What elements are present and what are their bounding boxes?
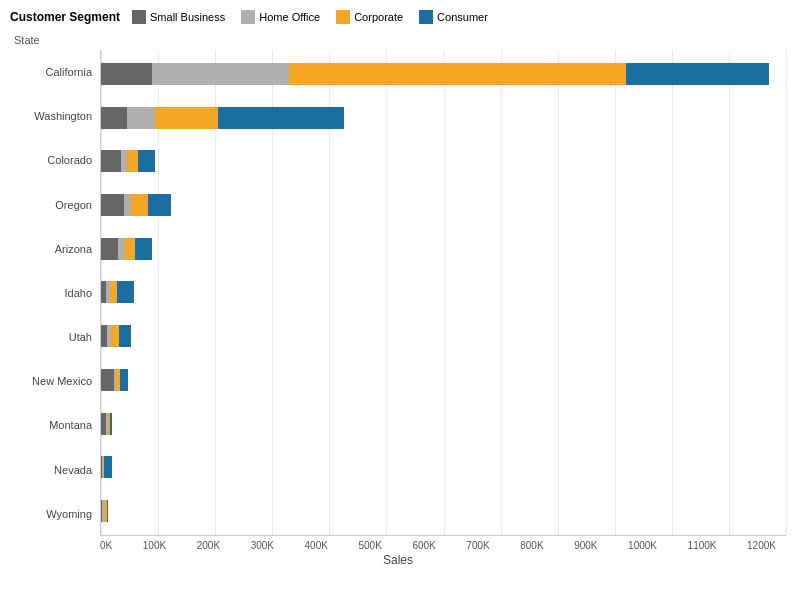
x-axis-label: 100K <box>143 540 166 551</box>
legend-label: Home Office <box>259 11 320 23</box>
bar-row <box>101 409 786 439</box>
bar-rows <box>101 50 786 535</box>
gridline <box>786 50 787 535</box>
bar-segment-consumer <box>626 63 769 85</box>
bar-segment-home-office <box>152 63 289 85</box>
legend-swatch <box>419 10 433 24</box>
bar-segment-home-office <box>124 194 131 216</box>
bar-segment-consumer <box>117 281 134 303</box>
bar-segment-consumer <box>104 456 112 478</box>
bar-segment-consumer <box>138 150 155 172</box>
bar-row <box>101 277 786 307</box>
legend-item: Corporate <box>336 10 403 24</box>
bar-row <box>101 190 786 220</box>
legend: Customer Segment Small BusinessHome Offi… <box>10 10 786 24</box>
legend-item: Home Office <box>241 10 320 24</box>
stacked-bar <box>101 107 344 129</box>
stacked-bar <box>101 325 131 347</box>
stacked-bar <box>101 281 134 303</box>
plot-top <box>100 30 786 50</box>
chart-area: State CaliforniaWashingtonColoradoOregon… <box>10 30 786 536</box>
y-label: Montana <box>10 407 100 443</box>
bar-row <box>101 146 786 176</box>
x-axis-label: 600K <box>412 540 435 551</box>
legend-item: Consumer <box>419 10 488 24</box>
x-axis-label: 900K <box>574 540 597 551</box>
bar-segment-corporate <box>125 238 135 260</box>
bar-segment-consumer <box>135 238 152 260</box>
bar-row <box>101 452 786 482</box>
legend-swatch <box>336 10 350 24</box>
legend-swatch <box>132 10 146 24</box>
x-axis-label: 0K <box>100 540 112 551</box>
y-label: New Mexico <box>10 363 100 399</box>
y-label: Nevada <box>10 452 100 488</box>
stacked-bar <box>101 238 152 260</box>
y-axis-header: State <box>10 30 100 50</box>
bar-segment-small-business <box>101 238 118 260</box>
bar-segment-corporate <box>127 150 138 172</box>
bar-segment-small-business <box>101 150 121 172</box>
x-axis-label: 300K <box>251 540 274 551</box>
y-label: Washington <box>10 98 100 134</box>
x-axis-label: 1200K <box>747 540 776 551</box>
bar-row <box>101 234 786 264</box>
y-label: Idaho <box>10 275 100 311</box>
y-label: Wyoming <box>10 496 100 532</box>
y-label: Arizona <box>10 231 100 267</box>
stacked-bar <box>101 500 108 522</box>
legend-swatch <box>241 10 255 24</box>
stacked-bar <box>101 194 171 216</box>
stacked-bar <box>101 369 128 391</box>
bar-segment-consumer <box>218 107 344 129</box>
bar-segment-home-office <box>127 107 156 129</box>
stacked-bar <box>101 413 112 435</box>
y-label: Oregon <box>10 187 100 223</box>
bars-area <box>100 50 786 536</box>
y-axis: State CaliforniaWashingtonColoradoOregon… <box>10 30 100 536</box>
x-axis-label: 400K <box>305 540 328 551</box>
y-label: Utah <box>10 319 100 355</box>
x-axis-label: 800K <box>520 540 543 551</box>
bar-row <box>101 103 786 133</box>
bar-segment-consumer <box>119 325 130 347</box>
bar-segment-small-business <box>101 194 124 216</box>
bar-segment-corporate <box>155 107 218 129</box>
bar-segment-consumer <box>148 194 171 216</box>
legend-title: Customer Segment <box>10 10 120 24</box>
x-axis: 0K100K200K300K400K500K600K700K800K900K10… <box>100 536 786 551</box>
stacked-bar <box>101 63 769 85</box>
bar-segment-small-business <box>101 107 127 129</box>
bar-segment-corporate <box>131 194 148 216</box>
plot-area <box>100 30 786 536</box>
bar-row <box>101 321 786 351</box>
bar-segment-small-business <box>101 63 152 85</box>
bar-segment-corporate <box>111 325 119 347</box>
x-axis-title: Sales <box>10 553 786 567</box>
bar-segment-corporate <box>289 63 626 85</box>
legend-label: Corporate <box>354 11 403 23</box>
bar-segment-consumer <box>107 500 108 522</box>
bar-segment-corporate <box>110 281 117 303</box>
bar-segment-consumer <box>110 413 112 435</box>
bar-segment-consumer <box>120 369 128 391</box>
y-label: Colorado <box>10 142 100 178</box>
bar-row <box>101 496 786 526</box>
x-axis-label: 700K <box>466 540 489 551</box>
stacked-bar <box>101 456 112 478</box>
legend-label: Small Business <box>150 11 225 23</box>
bar-segment-home-office <box>118 238 125 260</box>
bar-row <box>101 365 786 395</box>
stacked-bar <box>101 150 155 172</box>
bar-segment-small-business <box>101 369 114 391</box>
y-label: California <box>10 54 100 90</box>
y-axis-labels: CaliforniaWashingtonColoradoOregonArizon… <box>10 50 100 536</box>
x-axis-label: 1100K <box>688 540 717 551</box>
x-axis-label: 1000K <box>628 540 657 551</box>
bar-row <box>101 59 786 89</box>
legend-item: Small Business <box>132 10 225 24</box>
x-axis-label: 200K <box>197 540 220 551</box>
chart-container: Customer Segment Small BusinessHome Offi… <box>0 0 796 596</box>
x-axis-label: 500K <box>358 540 381 551</box>
legend-label: Consumer <box>437 11 488 23</box>
